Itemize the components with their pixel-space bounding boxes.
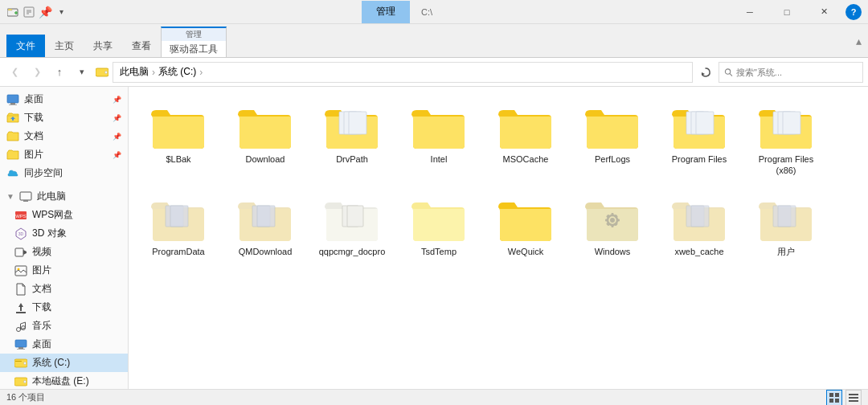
sidebar-item-pictures2[interactable]: 图片 [0,261,128,280]
pictures-folder-icon [6,149,19,162]
folder-qqpcmgr[interactable]: qqpcmgr_docpro [312,189,392,263]
sidebar-item-desktop2[interactable]: 桌面 [0,335,128,354]
folder-intel[interactable]: Intel [399,96,479,182]
breadcrumb-thispc[interactable]: 此电脑 [120,65,149,79]
svg-line-12 [730,73,732,76]
breadcrumb-c-drive[interactable]: 系统 (C:) [158,65,196,79]
svg-rect-14 [10,103,15,104]
tab-file[interactable]: 文件 [6,35,45,57]
minimize-button[interactable]: ─ [731,0,768,24]
sidebar-item-wps[interactable]: WPS WPS网盘 [0,206,128,224]
folder-wequick[interactable]: WeQuick [485,189,566,263]
view-list-button[interactable] [845,390,862,406]
refresh-button[interactable] [696,63,715,82]
sidebar-item-downloads[interactable]: 下载 📌 [0,108,128,127]
sidebar-label-downloads: 下载 [24,111,43,125]
new-folder-icon[interactable] [6,6,19,18]
sidebar-item-documents2[interactable]: 文档 [0,280,128,298]
svg-rect-1 [8,9,12,10]
titlebar-icons: 📌 ▾ [6,6,68,18]
folder-programdata[interactable]: ProgramData [138,189,219,263]
svg-rect-36 [18,347,23,349]
sidebar-item-desktop[interactable]: 桌面 📌 [0,90,128,108]
up-button[interactable]: ↑ [50,63,69,82]
sidebar-item-downloads2[interactable]: 下载 [0,298,128,317]
svg-point-9 [105,71,108,73]
svg-rect-62 [257,206,275,227]
svg-point-11 [725,68,730,73]
back-button[interactable]: ❮ [5,63,24,82]
folder-download[interactable]: Download [225,96,305,182]
svg-rect-68 [612,224,614,227]
svg-rect-76 [691,206,709,227]
titlebar: 📌 ▾ 管理 C:\ ─ □ ✕ ? [0,0,868,24]
folder-drvpath[interactable]: DrvPath [312,96,392,182]
folder-programfiles[interactable]: Program Files [659,96,739,182]
sidebar-label-pictures2: 图片 [32,264,51,277]
tab-share[interactable]: 共享 [84,35,122,57]
folder-perflogs[interactable]: PerfLogs [572,96,653,182]
wps-icon: WPS [14,209,27,222]
manage-tab[interactable]: 管理 [362,1,410,23]
svg-point-29 [17,327,21,331]
statusbar: 16 个项目 [0,389,868,405]
ribbon: 文件 主页 共享 查看 管理 驱动器工具 ▴ [0,24,868,58]
download-folder-icon [6,112,19,125]
pictures2-icon [14,264,27,277]
tab-view[interactable]: 查看 [122,35,161,57]
sidebar-item-video[interactable]: 视频 [0,243,128,261]
sidebar-item-c-drive[interactable]: 系统 (C:) [0,354,128,372]
sidebar-item-documents[interactable]: 文档 📌 [0,127,128,145]
pin-icon[interactable]: 📌 [39,6,51,18]
info-button[interactable]: ? [845,4,862,20]
content-area: $LBak Download [129,87,868,389]
cloud-icon [6,167,19,180]
folder-qmdownload[interactable]: QMDownload [225,189,305,263]
sidebar-item-music[interactable]: 音乐 [0,317,128,335]
sidebar-item-onedrive[interactable]: 同步空间 [0,164,128,182]
ribbon-collapse-btn[interactable]: ▴ [856,35,862,47]
view-grid-button[interactable] [826,390,842,406]
tab-home[interactable]: 主页 [45,35,84,57]
svg-rect-58 [783,112,800,134]
svg-rect-37 [17,349,25,350]
search-input[interactable] [736,68,858,77]
folder-xweb-cache[interactable]: xweb_cache [659,189,739,263]
video-icon [14,246,27,259]
svg-point-39 [24,362,27,364]
sidebar-label-onedrive: 同步空间 [24,166,63,180]
search-box[interactable] [719,62,863,83]
svg-text:WPS: WPS [15,214,27,219]
svg-rect-13 [7,95,18,103]
drive-icon [95,65,109,80]
tab-drive-tools[interactable]: 驱动器工具 [161,41,227,57]
folder-xweb-cache-label: xweb_cache [674,246,723,257]
sidebar-item-e-drive[interactable]: 本地磁盘 (E:) [0,372,128,389]
folder-wequick-label: WeQuick [508,246,543,257]
dropdown-icon[interactable]: ▾ [55,6,68,18]
maximize-button[interactable]: □ [768,0,805,24]
svg-rect-80 [835,393,839,397]
svg-rect-67 [612,213,614,216]
forward-button[interactable]: ❯ [27,63,47,82]
close-button[interactable]: ✕ [805,0,842,24]
svg-rect-15 [9,104,17,105]
folder-programfiles-x86[interactable]: Program Files (x86) [746,96,826,182]
sidebar-item-pictures[interactable]: 图片 📌 [0,145,128,164]
folder-download-label: Download [246,153,285,165]
folder-slbak[interactable]: $LBak [138,96,219,182]
sidebar-item-3d[interactable]: 3D 3D 对象 [0,224,128,243]
search-icon [724,68,733,77]
folder-windows[interactable]: Windows [572,189,653,263]
folder-tsdtemp[interactable]: TsdTemp [399,189,479,263]
folder-msocache-label: MSOCache [503,153,549,165]
sidebar-item-thispc-header[interactable]: ▼ 此电脑 [0,187,128,206]
folder-user[interactable]: 用户 [746,189,826,263]
downloads2-icon [14,301,27,314]
svg-rect-83 [849,394,858,395]
sidebar-label-documents: 文档 [24,129,43,143]
breadcrumb[interactable]: 此电脑 › 系统 (C:) › [113,62,693,83]
properties-icon[interactable] [23,6,35,18]
folder-msocache[interactable]: MSOCache [485,96,566,182]
recent-dropdown-button[interactable]: ▾ [72,63,92,82]
